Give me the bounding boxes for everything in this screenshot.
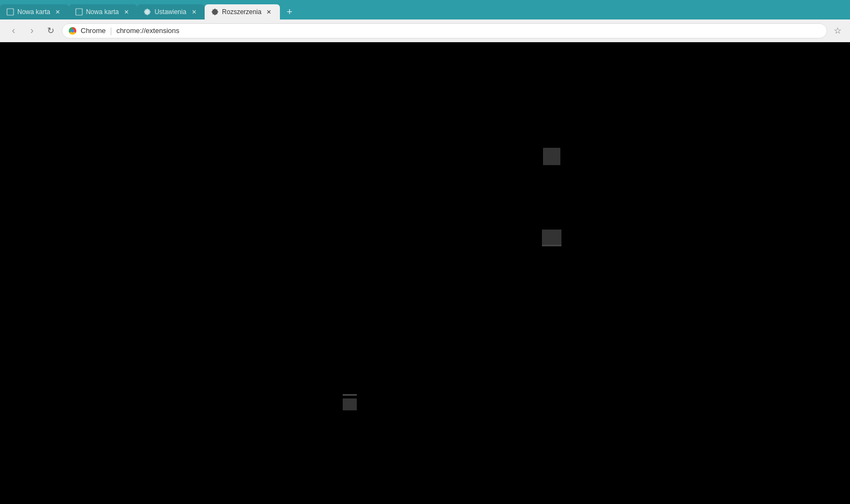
tab-close-4[interactable]: ✕: [265, 8, 273, 16]
tab-ustawienia[interactable]: Ustawienia ✕: [137, 4, 205, 19]
svg-rect-0: [7, 9, 14, 15]
reload-button[interactable]: ↻: [43, 24, 57, 38]
tab-rozszerzenia[interactable]: Rozszerzenia ✕: [205, 4, 280, 19]
page-icon-1: [6, 8, 14, 16]
new-tab-button[interactable]: +: [282, 4, 297, 19]
address-url: chrome://extensions: [116, 27, 820, 35]
tab-title-1: Nowa karta: [17, 8, 50, 16]
address-field[interactable]: Chrome | chrome://extensions: [62, 23, 827, 38]
address-separator: |: [110, 27, 112, 35]
forward-button[interactable]: ›: [25, 24, 39, 38]
page-icon-2: [75, 8, 83, 16]
tab-close-1[interactable]: ✕: [54, 8, 62, 16]
address-brand: Chrome: [81, 27, 106, 35]
floating-rect-3-line: [343, 394, 357, 396]
tab-title-2: Nowa karta: [86, 8, 119, 16]
main-content: [0, 42, 850, 504]
gear-icon-rozszerzenia: [211, 8, 219, 16]
back-button[interactable]: ‹: [6, 24, 21, 38]
floating-rect-2: [542, 230, 561, 245]
tab-title-3: Ustawienia: [154, 8, 186, 16]
svg-rect-1: [76, 9, 82, 15]
tab-close-3[interactable]: ✕: [189, 8, 198, 16]
address-bar: ‹ › ↻ Chrome | chrome://extensions ☆: [0, 19, 850, 42]
chrome-favicon: [69, 27, 76, 35]
floating-rect-1: [543, 148, 560, 165]
tab-title-4: Rozszerzenia: [222, 8, 261, 16]
floating-rect-2-line: [542, 245, 561, 246]
tab-close-2[interactable]: ✕: [122, 8, 130, 16]
gear-icon-ustawienia: [143, 8, 151, 16]
tab-nowa-karta-2[interactable]: Nowa karta ✕: [69, 4, 138, 19]
bookmark-button[interactable]: ☆: [832, 23, 844, 38]
floating-rect-3: [343, 398, 357, 410]
tab-nowa-karta-1[interactable]: Nowa karta ✕: [0, 4, 69, 19]
tab-bar: Nowa karta ✕ Nowa karta ✕ Ustawienia ✕: [0, 0, 850, 19]
